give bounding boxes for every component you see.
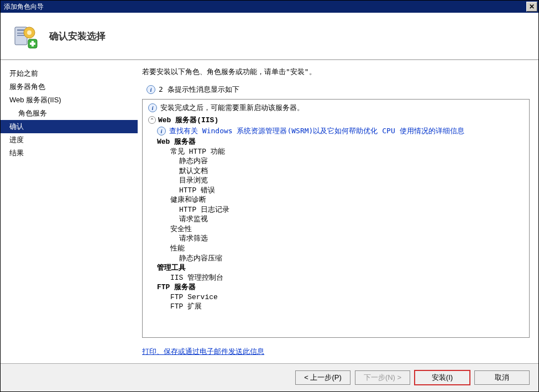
wsrm-info: i 查找有关 Windows 系统资源管理器(WSRM)以及它如何帮助优化 CP… [148, 126, 524, 136]
svg-rect-3 [17, 35, 25, 36]
info-count-text: 2 条提示性消息显示如下 [159, 85, 239, 95]
titlebar: 添加角色向导 ✕ [1, 1, 538, 13]
wizard-window: 添加角色向导 ✕ 确认安装选择 开始之前服务器角色Web 服务器(IIS)角色服… [0, 0, 539, 392]
info-icon: i [146, 85, 155, 94]
collapse-icon[interactable]: ⌃ [148, 116, 156, 124]
content-box: i 安装完成之后，可能需要重新启动该服务器。 ⌃ Web 服务器(IIS) i … [142, 99, 530, 338]
restart-info: i 安装完成之后，可能需要重新启动该服务器。 [148, 103, 524, 113]
tree-item: Web 服务器 [148, 137, 524, 147]
tree-item: 安全性 [148, 224, 524, 234]
wizard-icon [12, 23, 38, 49]
prev-button[interactable]: < 上一步(P) [295, 370, 350, 385]
restart-info-text: 安装完成之后，可能需要重新启动该服务器。 [160, 103, 304, 113]
next-button: 下一步(N) > [355, 370, 410, 385]
tree-item: 常见 HTTP 功能 [148, 147, 524, 157]
sidebar-item-1[interactable]: 服务器角色 [1, 80, 138, 93]
install-button[interactable]: 安装(I) [415, 370, 470, 385]
svg-point-5 [27, 30, 32, 35]
group-title: Web 服务器(IIS) [158, 115, 218, 125]
tree-item: 请求筛选 [148, 234, 524, 244]
close-button[interactable]: ✕ [526, 2, 537, 12]
tree-item: 管理工具 [148, 263, 524, 273]
feature-tree: Web 服务器常见 HTTP 功能静态内容默认文档目录浏览HTTP 错误健康和诊… [148, 137, 524, 312]
sidebar-item-5[interactable]: 进度 [1, 133, 138, 147]
window-title: 添加角色向导 [4, 2, 44, 12]
header: 确认安装选择 [1, 13, 538, 59]
sidebar-item-2[interactable]: Web 服务器(IIS) [1, 93, 138, 107]
tree-item: 静态内容压缩 [148, 254, 524, 264]
tree-item: FTP 服务器 [148, 283, 524, 292]
tree-item: 目录浏览 [148, 176, 524, 186]
sidebar-item-6[interactable]: 结果 [1, 147, 138, 160]
sidebar: 开始之前服务器角色Web 服务器(IIS)角色服务确认进度结果 [1, 60, 138, 363]
tree-item: IIS 管理控制台 [148, 273, 524, 283]
tree-item: HTTP 错误 [148, 186, 524, 196]
intro-text: 若要安装以下角色、角色服务或功能，请单击"安装"。 [142, 67, 530, 77]
wsrm-link[interactable]: 查找有关 Windows 系统资源管理器(WSRM)以及它如何帮助优化 CPU … [169, 126, 464, 136]
tree-item: 静态内容 [148, 156, 524, 166]
info-icon: i [157, 127, 166, 135]
group-header: ⌃ Web 服务器(IIS) [148, 115, 524, 125]
footer: < 上一步(P) 下一步(N) > 安装(I) 取消 [1, 363, 538, 391]
info-count: i 2 条提示性消息显示如下 [142, 85, 530, 95]
tree-item: 健康和诊断 [148, 195, 524, 205]
svg-rect-8 [30, 43, 35, 45]
page-title: 确认安装选择 [49, 30, 106, 43]
tree-item: FTP Service [148, 292, 524, 302]
tree-item: 默认文档 [148, 166, 524, 176]
tree-item: 请求监视 [148, 215, 524, 224]
print-save-email-link[interactable]: 打印、保存或通过电子邮件发送此信息 [142, 347, 530, 357]
tree-item: 性能 [148, 244, 524, 254]
body: 开始之前服务器角色Web 服务器(IIS)角色服务确认进度结果 若要安装以下角色… [1, 60, 538, 363]
tree-item: HTTP 日志记录 [148, 205, 524, 215]
cancel-button[interactable]: 取消 [474, 370, 530, 385]
tree-item: FTP 扩展 [148, 302, 524, 312]
close-icon: ✕ [529, 3, 535, 11]
sidebar-item-0[interactable]: 开始之前 [1, 67, 138, 80]
info-icon: i [148, 103, 157, 112]
sidebar-item-3[interactable]: 角色服务 [1, 107, 138, 120]
sidebar-item-4[interactable]: 确认 [1, 120, 138, 133]
svg-rect-1 [17, 29, 25, 31]
main-content: 若要安装以下角色、角色服务或功能，请单击"安装"。 i 2 条提示性消息显示如下… [138, 60, 538, 363]
